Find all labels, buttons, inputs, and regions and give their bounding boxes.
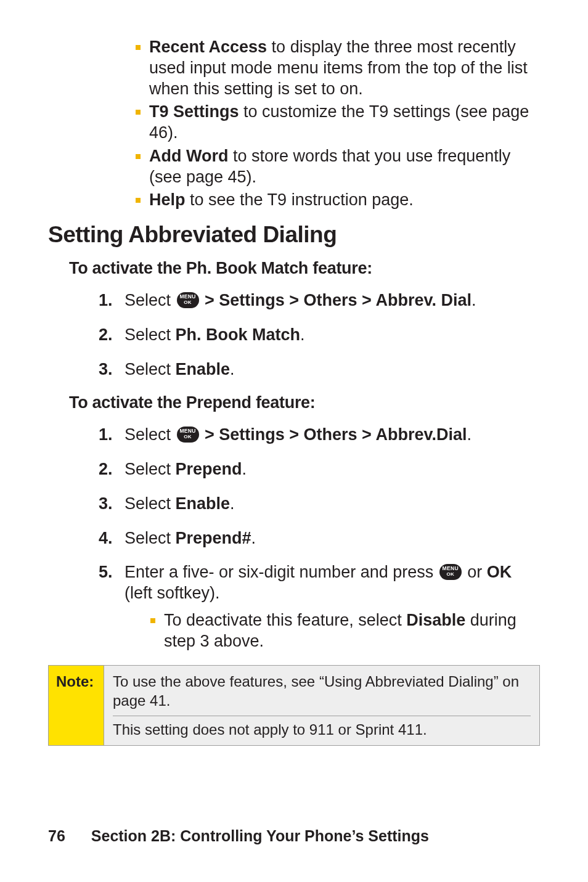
note-row-1: To use the above features, see “Using Ab…	[113, 672, 531, 716]
step-text: Select	[125, 460, 176, 478]
step-bold: > Settings > Others > Abbrev.Dial	[200, 425, 467, 444]
sub-text: To deactivate this feature, select	[164, 611, 406, 629]
step-tail: .	[251, 529, 256, 547]
bullet-lead: Recent Access	[149, 38, 267, 56]
step-text: Select	[125, 425, 176, 444]
step-tail: .	[230, 494, 235, 513]
step-item: Select MENUOK > Settings > Others > Abbr…	[99, 290, 540, 311]
step-tail: (left softkey).	[125, 584, 220, 602]
sub-bold: Disable	[406, 611, 465, 629]
step-bold: Prepend	[176, 460, 242, 478]
list-item: To deactivate this feature, select Disab…	[150, 610, 540, 652]
step-bold: Enable	[176, 360, 231, 378]
step-bold: Enable	[176, 494, 231, 513]
note-body: To use the above features, see “Using Ab…	[104, 666, 539, 745]
step-item: Select Prepend#.	[99, 528, 540, 549]
step-text: Select	[125, 494, 176, 513]
list-item: Recent Access to display the three most …	[136, 37, 540, 99]
menu-ok-icon: MENUOK	[439, 564, 462, 580]
step-bold: Ph. Book Match	[176, 325, 301, 344]
step-text: Enter a five- or six-digit number and pr…	[125, 563, 438, 581]
step-item: Select Enable.	[99, 359, 540, 380]
step-bold: Prepend#	[176, 529, 251, 547]
list-item: Help to see the T9 instruction page.	[136, 190, 540, 211]
step-tail: .	[467, 425, 472, 444]
step-text: Select	[125, 360, 176, 378]
procedure-heading: To activate the Prepend feature:	[69, 393, 540, 412]
step-item: Select Prepend.	[99, 459, 540, 480]
bullet-rest: to see the T9 instruction page.	[186, 190, 414, 209]
steps-list-1: Select MENUOK > Settings > Others > Abbr…	[48, 290, 540, 380]
list-item: T9 Settings to customize the T9 settings…	[136, 102, 540, 144]
bullet-lead: T9 Settings	[149, 102, 239, 121]
note-box: Note: To use the above features, see “Us…	[48, 665, 540, 746]
step-item: Select Enable.	[99, 494, 540, 515]
step-bold: > Settings > Others > Abbrev. Dial	[200, 291, 472, 309]
procedure-heading: To activate the Ph. Book Match feature:	[69, 259, 540, 278]
step-tail: .	[230, 360, 235, 378]
step-text: Select	[125, 291, 176, 309]
manual-page: Recent Access to display the three most …	[0, 0, 588, 882]
step-text: Select	[125, 529, 176, 547]
step-item: Enter a five- or six-digit number and pr…	[99, 562, 540, 651]
step-bold: OK	[487, 563, 512, 581]
menu-ok-icon: MENUOK	[177, 427, 199, 443]
intro-bullet-list: Recent Access to display the three most …	[48, 37, 540, 211]
step-tail: .	[300, 325, 305, 344]
section-title: Setting Abbreviated Dialing	[48, 222, 540, 248]
footer-text: Section 2B: Controlling Your Phone’s Set…	[91, 827, 429, 844]
note-row-2: This setting does not apply to 911 or Sp…	[113, 720, 531, 739]
bullet-lead: Add Word	[149, 147, 228, 165]
page-footer: 76Section 2B: Controlling Your Phone’s S…	[48, 827, 429, 845]
page-number: 76	[48, 827, 65, 844]
step-text: Select	[125, 325, 176, 344]
menu-ok-icon: MENUOK	[177, 292, 199, 308]
step-tail: .	[472, 291, 476, 309]
steps-list-2: Select MENUOK > Settings > Others > Abbr…	[48, 425, 540, 651]
bullet-lead: Help	[149, 190, 186, 209]
note-label: Note:	[49, 666, 104, 745]
step-item: Select MENUOK > Settings > Others > Abbr…	[99, 425, 540, 446]
step-item: Select Ph. Book Match.	[99, 325, 540, 346]
step-mid: or	[463, 563, 487, 581]
sub-bullet-list: To deactivate this feature, select Disab…	[125, 610, 540, 652]
step-tail: .	[242, 460, 247, 478]
list-item: Add Word to store words that you use fre…	[136, 146, 540, 188]
